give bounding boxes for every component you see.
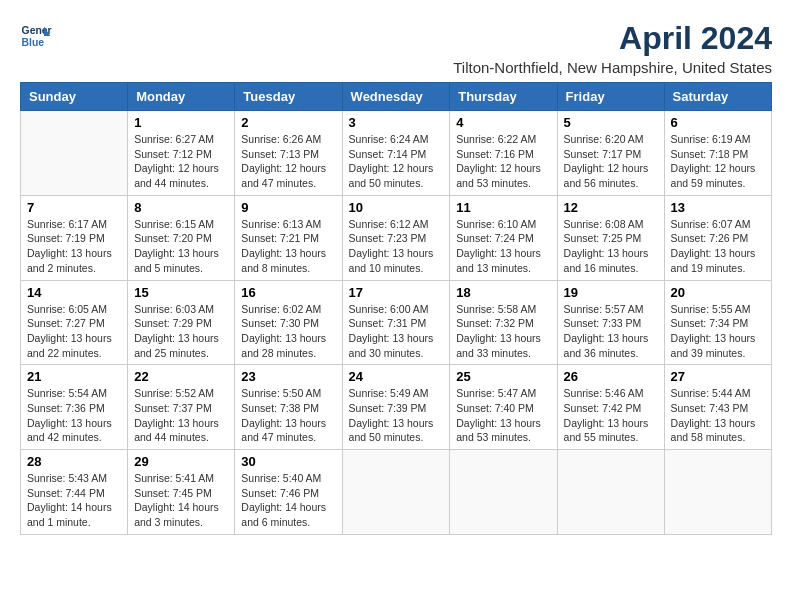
day-info: Sunrise: 6:20 AMSunset: 7:17 PMDaylight:… — [564, 132, 658, 191]
day-info: Sunrise: 5:43 AMSunset: 7:44 PMDaylight:… — [27, 471, 121, 530]
day-number: 3 — [349, 115, 444, 130]
day-info: Sunrise: 6:13 AMSunset: 7:21 PMDaylight:… — [241, 217, 335, 276]
day-info: Sunrise: 5:58 AMSunset: 7:32 PMDaylight:… — [456, 302, 550, 361]
day-info: Sunrise: 6:02 AMSunset: 7:30 PMDaylight:… — [241, 302, 335, 361]
day-number: 20 — [671, 285, 765, 300]
calendar-cell: 22Sunrise: 5:52 AMSunset: 7:37 PMDayligh… — [128, 365, 235, 450]
day-info: Sunrise: 6:26 AMSunset: 7:13 PMDaylight:… — [241, 132, 335, 191]
day-number: 13 — [671, 200, 765, 215]
calendar-cell: 19Sunrise: 5:57 AMSunset: 7:33 PMDayligh… — [557, 280, 664, 365]
calendar-cell: 23Sunrise: 5:50 AMSunset: 7:38 PMDayligh… — [235, 365, 342, 450]
day-info: Sunrise: 6:17 AMSunset: 7:19 PMDaylight:… — [27, 217, 121, 276]
day-number: 7 — [27, 200, 121, 215]
logo: General Blue General Blue — [20, 20, 52, 52]
calendar-cell: 24Sunrise: 5:49 AMSunset: 7:39 PMDayligh… — [342, 365, 450, 450]
calendar-cell: 3Sunrise: 6:24 AMSunset: 7:14 PMDaylight… — [342, 111, 450, 196]
calendar-week-2: 7Sunrise: 6:17 AMSunset: 7:19 PMDaylight… — [21, 195, 772, 280]
day-info: Sunrise: 6:03 AMSunset: 7:29 PMDaylight:… — [134, 302, 228, 361]
day-header-monday: Monday — [128, 83, 235, 111]
calendar-cell — [342, 450, 450, 535]
calendar-cell: 16Sunrise: 6:02 AMSunset: 7:30 PMDayligh… — [235, 280, 342, 365]
day-info: Sunrise: 5:41 AMSunset: 7:45 PMDaylight:… — [134, 471, 228, 530]
calendar-cell: 6Sunrise: 6:19 AMSunset: 7:18 PMDaylight… — [664, 111, 771, 196]
calendar-cell: 27Sunrise: 5:44 AMSunset: 7:43 PMDayligh… — [664, 365, 771, 450]
calendar-week-5: 28Sunrise: 5:43 AMSunset: 7:44 PMDayligh… — [21, 450, 772, 535]
calendar-cell: 5Sunrise: 6:20 AMSunset: 7:17 PMDaylight… — [557, 111, 664, 196]
day-number: 28 — [27, 454, 121, 469]
day-info: Sunrise: 5:40 AMSunset: 7:46 PMDaylight:… — [241, 471, 335, 530]
calendar-cell — [21, 111, 128, 196]
calendar-cell: 14Sunrise: 6:05 AMSunset: 7:27 PMDayligh… — [21, 280, 128, 365]
day-number: 19 — [564, 285, 658, 300]
day-info: Sunrise: 6:08 AMSunset: 7:25 PMDaylight:… — [564, 217, 658, 276]
day-header-tuesday: Tuesday — [235, 83, 342, 111]
calendar-cell: 20Sunrise: 5:55 AMSunset: 7:34 PMDayligh… — [664, 280, 771, 365]
day-number: 14 — [27, 285, 121, 300]
day-info: Sunrise: 6:22 AMSunset: 7:16 PMDaylight:… — [456, 132, 550, 191]
day-info: Sunrise: 5:46 AMSunset: 7:42 PMDaylight:… — [564, 386, 658, 445]
day-info: Sunrise: 6:10 AMSunset: 7:24 PMDaylight:… — [456, 217, 550, 276]
calendar-table: SundayMondayTuesdayWednesdayThursdayFrid… — [20, 82, 772, 535]
calendar-cell — [664, 450, 771, 535]
day-number: 9 — [241, 200, 335, 215]
day-number: 25 — [456, 369, 550, 384]
day-number: 18 — [456, 285, 550, 300]
day-info: Sunrise: 5:55 AMSunset: 7:34 PMDaylight:… — [671, 302, 765, 361]
day-info: Sunrise: 6:07 AMSunset: 7:26 PMDaylight:… — [671, 217, 765, 276]
day-number: 16 — [241, 285, 335, 300]
day-number: 6 — [671, 115, 765, 130]
day-header-sunday: Sunday — [21, 83, 128, 111]
day-info: Sunrise: 5:57 AMSunset: 7:33 PMDaylight:… — [564, 302, 658, 361]
calendar-cell: 28Sunrise: 5:43 AMSunset: 7:44 PMDayligh… — [21, 450, 128, 535]
day-number: 26 — [564, 369, 658, 384]
logo-icon: General Blue — [20, 20, 52, 52]
svg-text:Blue: Blue — [22, 37, 45, 48]
calendar-cell: 13Sunrise: 6:07 AMSunset: 7:26 PMDayligh… — [664, 195, 771, 280]
calendar-header-row: SundayMondayTuesdayWednesdayThursdayFrid… — [21, 83, 772, 111]
day-number: 15 — [134, 285, 228, 300]
day-info: Sunrise: 6:12 AMSunset: 7:23 PMDaylight:… — [349, 217, 444, 276]
day-number: 11 — [456, 200, 550, 215]
calendar-cell: 10Sunrise: 6:12 AMSunset: 7:23 PMDayligh… — [342, 195, 450, 280]
day-number: 21 — [27, 369, 121, 384]
location-subtitle: Tilton-Northfield, New Hampshire, United… — [453, 59, 772, 76]
calendar-cell: 8Sunrise: 6:15 AMSunset: 7:20 PMDaylight… — [128, 195, 235, 280]
day-info: Sunrise: 5:50 AMSunset: 7:38 PMDaylight:… — [241, 386, 335, 445]
calendar-cell: 2Sunrise: 6:26 AMSunset: 7:13 PMDaylight… — [235, 111, 342, 196]
day-number: 2 — [241, 115, 335, 130]
day-number: 8 — [134, 200, 228, 215]
title-block: April 2024 Tilton-Northfield, New Hampsh… — [453, 20, 772, 76]
day-number: 24 — [349, 369, 444, 384]
calendar-cell — [557, 450, 664, 535]
day-number: 10 — [349, 200, 444, 215]
calendar-week-1: 1Sunrise: 6:27 AMSunset: 7:12 PMDaylight… — [21, 111, 772, 196]
day-number: 12 — [564, 200, 658, 215]
calendar-cell: 1Sunrise: 6:27 AMSunset: 7:12 PMDaylight… — [128, 111, 235, 196]
day-number: 27 — [671, 369, 765, 384]
day-header-thursday: Thursday — [450, 83, 557, 111]
day-number: 4 — [456, 115, 550, 130]
calendar-cell: 25Sunrise: 5:47 AMSunset: 7:40 PMDayligh… — [450, 365, 557, 450]
calendar-cell: 4Sunrise: 6:22 AMSunset: 7:16 PMDaylight… — [450, 111, 557, 196]
day-header-saturday: Saturday — [664, 83, 771, 111]
calendar-cell: 11Sunrise: 6:10 AMSunset: 7:24 PMDayligh… — [450, 195, 557, 280]
day-info: Sunrise: 5:52 AMSunset: 7:37 PMDaylight:… — [134, 386, 228, 445]
calendar-cell: 17Sunrise: 6:00 AMSunset: 7:31 PMDayligh… — [342, 280, 450, 365]
calendar-cell: 7Sunrise: 6:17 AMSunset: 7:19 PMDaylight… — [21, 195, 128, 280]
day-info: Sunrise: 5:47 AMSunset: 7:40 PMDaylight:… — [456, 386, 550, 445]
day-info: Sunrise: 6:24 AMSunset: 7:14 PMDaylight:… — [349, 132, 444, 191]
day-header-friday: Friday — [557, 83, 664, 111]
day-info: Sunrise: 5:44 AMSunset: 7:43 PMDaylight:… — [671, 386, 765, 445]
day-number: 30 — [241, 454, 335, 469]
calendar-cell: 15Sunrise: 6:03 AMSunset: 7:29 PMDayligh… — [128, 280, 235, 365]
page-header: General Blue General Blue April 2024 Til… — [20, 20, 772, 76]
day-number: 22 — [134, 369, 228, 384]
day-info: Sunrise: 6:19 AMSunset: 7:18 PMDaylight:… — [671, 132, 765, 191]
day-number: 1 — [134, 115, 228, 130]
day-info: Sunrise: 6:05 AMSunset: 7:27 PMDaylight:… — [27, 302, 121, 361]
day-info: Sunrise: 6:27 AMSunset: 7:12 PMDaylight:… — [134, 132, 228, 191]
day-number: 29 — [134, 454, 228, 469]
day-info: Sunrise: 5:49 AMSunset: 7:39 PMDaylight:… — [349, 386, 444, 445]
calendar-week-3: 14Sunrise: 6:05 AMSunset: 7:27 PMDayligh… — [21, 280, 772, 365]
calendar-cell: 9Sunrise: 6:13 AMSunset: 7:21 PMDaylight… — [235, 195, 342, 280]
